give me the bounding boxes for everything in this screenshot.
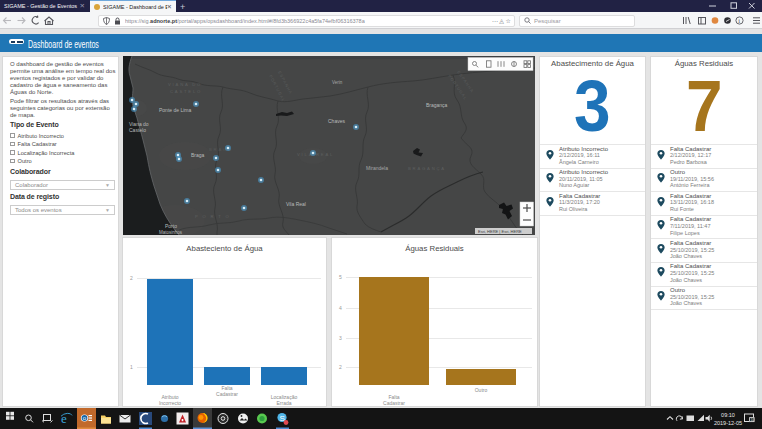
svg-text:Mirandela: Mirandela	[366, 165, 388, 171]
svg-text:Ponte de Lima: Ponte de Lima	[159, 107, 191, 113]
svg-text:i: i	[738, 17, 740, 24]
svg-text:Bragança: Bragança	[426, 102, 448, 108]
svg-text:2019-12-05: 2019-12-05	[714, 420, 742, 426]
svg-text:Vila Real: Vila Real	[286, 201, 306, 207]
svg-text:VIANA DO: VIANA DO	[168, 82, 202, 87]
svg-text:Matosinhos: Matosinhos	[159, 230, 183, 235]
svg-text:Braga: Braga	[191, 152, 205, 158]
svg-text:Esri, HERE | Esri, HERE: Esri, HERE | Esri, HERE	[478, 229, 522, 234]
svg-text:P O R T O: P O R T O	[195, 214, 231, 219]
svg-text:09:10: 09:10	[721, 412, 735, 418]
svg-text:Verin: Verin	[332, 80, 343, 85]
svg-text:BRAGANÇA: BRAGANÇA	[408, 166, 446, 171]
svg-text:10: 10	[750, 418, 754, 422]
svg-text:Porto: Porto	[165, 223, 177, 229]
svg-text:Chaves: Chaves	[328, 118, 345, 124]
svg-text:Castelo: Castelo	[129, 127, 146, 133]
svg-text:CASTELO: CASTELO	[170, 89, 202, 94]
